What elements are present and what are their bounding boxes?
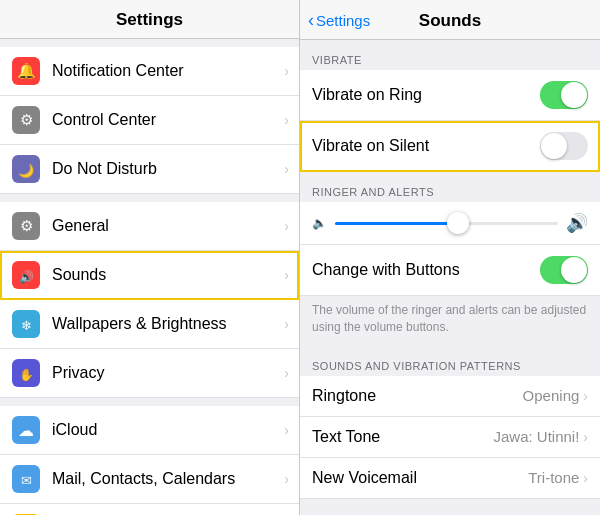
chevron-icon: › (583, 388, 588, 404)
chevron-icon: › (284, 471, 289, 487)
left-header-title: Settings (116, 10, 183, 29)
chevron-icon: › (583, 470, 588, 486)
vibrate-on-ring-item: Vibrate on Ring (300, 70, 600, 121)
donotdisturb-icon (12, 155, 40, 183)
settings-group-2: General › Sounds › Wallpapers & Brightne… (0, 202, 299, 398)
right-header: ‹ Settings Sounds (300, 0, 600, 40)
chevron-icon: › (284, 365, 289, 381)
change-with-buttons-toggle[interactable] (540, 256, 588, 284)
notification-label: Notification Center (52, 62, 280, 80)
text-tone-label: Text Tone (312, 428, 493, 446)
sidebar-item-mail[interactable]: Mail, Contacts, Calendars › (0, 455, 299, 504)
slider-thumb[interactable] (447, 212, 469, 234)
back-label: Settings (316, 12, 370, 29)
volume-slider-track[interactable] (335, 222, 558, 225)
icloud-icon (12, 416, 40, 444)
general-icon (12, 212, 40, 240)
privacy-icon (12, 359, 40, 387)
vibrate-section-header: VIBRATE (300, 40, 600, 70)
toggle-knob (541, 133, 567, 159)
chevron-icon: › (284, 161, 289, 177)
sidebar-item-icloud[interactable]: iCloud › (0, 406, 299, 455)
ringer-section: 🔈 🔊 Change with Buttons (300, 202, 600, 296)
sounds-icon (12, 261, 40, 289)
snowflake-icon (21, 316, 32, 333)
chevron-icon: › (284, 267, 289, 283)
sidebar-item-notification-center[interactable]: Notification Center › (0, 47, 299, 96)
sidebar-item-notes[interactable]: Notes › (0, 504, 299, 515)
page-title: Sounds (419, 11, 481, 31)
toggle-knob (561, 82, 587, 108)
vibrate-section: Vibrate on Ring Vibrate on Silent (300, 70, 600, 172)
vibrate-on-silent-item: Vibrate on Silent (300, 121, 600, 172)
slider-fill (335, 222, 458, 225)
toggle-knob (561, 257, 587, 283)
sliders-icon (20, 111, 33, 129)
sidebar-item-wallpapers[interactable]: Wallpapers & Brightness › (0, 300, 299, 349)
settings-group-3: iCloud › Mail, Contacts, Calendars › Not… (0, 406, 299, 515)
notification-icon (12, 57, 40, 85)
mail-icon (12, 465, 40, 493)
sidebar-item-general[interactable]: General › (0, 202, 299, 251)
text-tone-value: Jawa: Utinni! (493, 428, 579, 445)
chevron-icon: › (284, 112, 289, 128)
sidebar-item-sounds[interactable]: Sounds › (0, 251, 299, 300)
sounds-label: Sounds (52, 266, 280, 284)
back-button[interactable]: ‹ Settings (300, 10, 370, 31)
wallpaper-label: Wallpapers & Brightness (52, 315, 280, 333)
sidebar-item-control-center[interactable]: Control Center › (0, 96, 299, 145)
right-panel: ‹ Settings Sounds VIBRATE Vibrate on Rin… (300, 0, 600, 515)
vibrate-on-silent-toggle[interactable] (540, 132, 588, 160)
cloud-icon (18, 421, 34, 440)
new-voicemail-item[interactable]: New Voicemail Tri-tone › (300, 458, 600, 499)
chevron-icon: › (284, 422, 289, 438)
volume-slider-row: 🔈 🔊 (300, 202, 600, 245)
mail-label: Mail, Contacts, Calendars (52, 470, 280, 488)
text-tone-item[interactable]: Text Tone Jawa: Utinni! › (300, 417, 600, 458)
volume-low-icon: 🔈 (312, 216, 327, 230)
donotdisturb-label: Do Not Disturb (52, 160, 280, 178)
ringtone-value: Opening (523, 387, 580, 404)
left-panel: Settings Notification Center › Control C… (0, 0, 300, 515)
chevron-icon: › (284, 218, 289, 234)
ringtone-item[interactable]: Ringtone Opening › (300, 376, 600, 417)
left-header: Settings (0, 0, 299, 39)
settings-group-1: Notification Center › Control Center › D… (0, 47, 299, 194)
control-icon (12, 106, 40, 134)
ringer-section-header: RINGER AND ALERTS (300, 172, 600, 202)
general-label: General (52, 217, 280, 235)
bell-icon (17, 62, 36, 80)
vibrate-on-ring-label: Vibrate on Ring (312, 86, 540, 104)
chevron-left-icon: ‹ (308, 10, 314, 31)
wallpaper-icon (12, 310, 40, 338)
vibrate-on-silent-label: Vibrate on Silent (312, 137, 540, 155)
sidebar-item-do-not-disturb[interactable]: Do Not Disturb › (0, 145, 299, 194)
gear-icon (20, 217, 33, 235)
sidebar-item-privacy[interactable]: Privacy › (0, 349, 299, 398)
chevron-icon: › (284, 63, 289, 79)
ringer-description: The volume of the ringer and alerts can … (300, 296, 600, 346)
hand-icon (19, 365, 34, 382)
volume-high-icon: 🔊 (566, 212, 588, 234)
vibrate-on-ring-toggle[interactable] (540, 81, 588, 109)
privacy-label: Privacy (52, 364, 280, 382)
ringtone-label: Ringtone (312, 387, 523, 405)
patterns-section: Ringtone Opening › Text Tone Jawa: Utinn… (300, 376, 600, 499)
change-with-buttons-item: Change with Buttons (300, 245, 600, 296)
speaker-icon (19, 267, 34, 284)
change-with-buttons-label: Change with Buttons (312, 261, 540, 279)
chevron-icon: › (583, 429, 588, 445)
icloud-label: iCloud (52, 421, 280, 439)
new-voicemail-value: Tri-tone (528, 469, 579, 486)
mail-envelope-icon (21, 471, 32, 488)
new-voicemail-label: New Voicemail (312, 469, 528, 487)
chevron-icon: › (284, 316, 289, 332)
patterns-section-header: SOUNDS AND VIBRATION PATTERNS (300, 346, 600, 376)
control-label: Control Center (52, 111, 280, 129)
moon-icon (18, 161, 34, 178)
